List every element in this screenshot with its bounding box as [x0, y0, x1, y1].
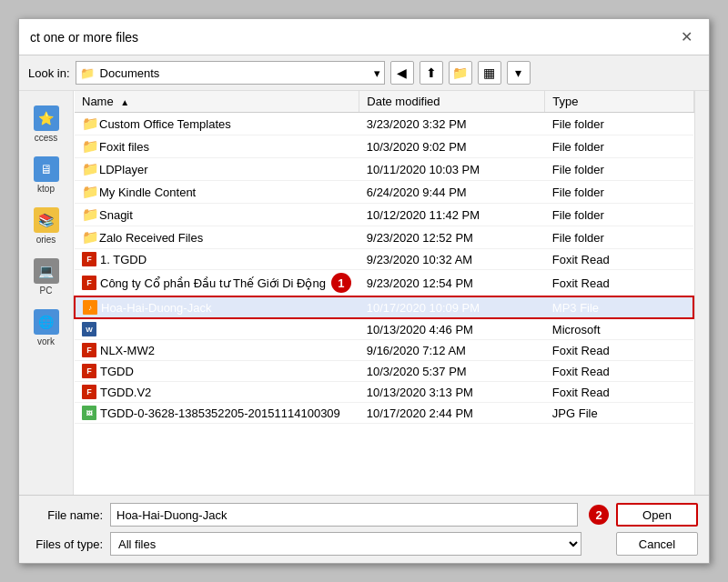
new-folder-button[interactable]: 📁	[449, 61, 472, 85]
desktop-icon: 🖥	[34, 156, 59, 182]
sidebar-item-desktop[interactable]: 🖥 ktop	[23, 151, 70, 198]
file-type: Foxit Read	[545, 340, 693, 361]
filename-input[interactable]: Hoa-Hai-Duong-Jack	[110, 503, 578, 527]
file-name: NLX-MW2	[100, 344, 155, 357]
sidebar-item-label: vork	[37, 336, 55, 346]
file-name-cell: FCông ty Cổ phần Đầu tư Thế Giới Di Động…	[82, 273, 352, 293]
file-area: Name ▲ Date modified Type	[74, 91, 709, 495]
col-header-name[interactable]: Name ▲	[75, 91, 359, 113]
table-row[interactable]: 📁My Kindle Content6/24/2020 9:44 PMFile …	[75, 181, 693, 204]
filetype-select[interactable]: All files	[110, 532, 581, 556]
file-type: Foxit Read	[545, 249, 693, 270]
sort-arrow: ▲	[120, 97, 129, 107]
filetype-row: Files of type: All files Cancel	[30, 532, 698, 556]
file-name: Hoa-Hai-Duong-Jack	[101, 301, 211, 315]
file-table[interactable]: Name ▲ Date modified Type	[74, 91, 694, 495]
sidebar-item-pc[interactable]: 💻 PC	[23, 253, 70, 300]
sidebar-item-access[interactable]: ⭐ ccess	[23, 100, 70, 147]
view-button[interactable]: ▦	[478, 61, 501, 85]
mp3-icon: ♪	[83, 300, 97, 315]
file-name-cell: 📁Foxit files	[82, 138, 352, 155]
sidebar-item-network[interactable]: 🌐 vork	[23, 304, 70, 351]
table-row[interactable]: W10/13/2020 4:46 PMMicrosoft	[75, 318, 693, 340]
scrollbar[interactable]	[694, 91, 709, 495]
sidebar-item-label: PC	[40, 286, 53, 296]
file-type: File folder	[545, 226, 693, 249]
file-name-cell: ♪Hoa-Hai-Duong-Jack	[83, 300, 352, 315]
table-row[interactable]: 📁LDPlayer10/11/2020 10:03 PMFile folder	[75, 158, 693, 181]
col-header-type[interactable]: Type	[545, 91, 693, 113]
table-row[interactable]: FNLX-MW29/16/2020 7:12 AMFoxit Read	[75, 340, 693, 361]
foxit-icon: F	[82, 252, 96, 266]
file-type: MP3 File	[545, 296, 693, 318]
file-name: Custom Office Templates	[99, 117, 231, 131]
table-row[interactable]: 📁Foxit files10/3/2020 9:02 PMFile folder	[75, 135, 693, 158]
pc-icon: 💻	[34, 258, 59, 284]
table-wrapper: Name ▲ Date modified Type	[74, 91, 709, 495]
table-row[interactable]: FTGDD10/3/2020 5:37 PMFoxit Read	[75, 361, 693, 382]
file-date: 6/24/2020 9:44 PM	[359, 181, 545, 204]
back-button[interactable]: ◀	[390, 61, 414, 85]
file-date: 9/23/2020 10:32 AM	[359, 249, 545, 270]
file-type: Microsoft	[545, 318, 693, 340]
file-type: Foxit Read	[545, 382, 693, 403]
file-date: 10/11/2020 10:03 PM	[359, 158, 545, 181]
file-date: 10/3/2020 5:37 PM	[359, 361, 545, 382]
lookin-label: Look in:	[28, 66, 70, 80]
col-header-date[interactable]: Date modified	[359, 91, 545, 113]
table-row[interactable]: 🖼TGDD-0-3628-1385352205-2015111410030910…	[75, 403, 693, 424]
folder-icon: 📁	[82, 115, 99, 132]
folder-icon: 📁	[82, 206, 99, 223]
sidebar: ⭐ ccess 🖥 ktop 📚 ories 💻 PC 🌐 vork	[19, 91, 74, 495]
lookin-dropdown[interactable]: 📁 Documents ▾	[76, 61, 385, 85]
table-row[interactable]: 📁Custom Office Templates3/23/2020 3:32 P…	[75, 113, 693, 135]
network-icon: 🌐	[34, 309, 59, 335]
file-name: Zalo Received Files	[99, 231, 203, 245]
toolbar: Look in: 📁 Documents ▾ ◀ ⬆ 📁 ▦ ▾	[19, 55, 709, 91]
jpg-icon: 🖼	[82, 406, 96, 420]
foxit-icon: F	[82, 343, 96, 357]
cancel-button[interactable]: Cancel	[616, 532, 698, 556]
table-row[interactable]: FCông ty Cổ phần Đầu tư Thế Giới Di Động…	[75, 270, 693, 297]
table-row[interactable]: 📁Snagit10/12/2020 11:42 PMFile folder	[75, 204, 693, 226]
file-name-cell: 🖼TGDD-0-3628-1385352205-20151114100309	[82, 406, 352, 420]
file-date: 10/3/2020 9:02 PM	[359, 135, 545, 158]
file-name-cell: 📁My Kindle Content	[82, 184, 352, 200]
view-options-button[interactable]: ▾	[507, 61, 531, 85]
folder-icon: 📁	[82, 161, 99, 177]
folder-icon: 📁	[82, 184, 99, 200]
file-date: 10/13/2020 4:46 PM	[359, 318, 545, 340]
table-row[interactable]: 📁Zalo Received Files9/23/2020 12:52 PMFi…	[75, 226, 693, 249]
table-row[interactable]: ♪Hoa-Hai-Duong-Jack10/17/2020 10:09 PMMP…	[75, 296, 693, 318]
file-date: 10/17/2020 2:44 PM	[359, 403, 545, 424]
open-button[interactable]: Open	[616, 503, 698, 527]
file-name-cell: W	[82, 322, 352, 336]
file-type: File folder	[545, 158, 693, 181]
close-button[interactable]: ✕	[675, 26, 698, 47]
main-area: ⭐ ccess 🖥 ktop 📚 ories 💻 PC 🌐 vork	[19, 91, 709, 495]
dialog-title: ct one or more files	[30, 30, 138, 45]
file-type: File folder	[545, 204, 693, 226]
file-name-cell: FTGDD.V2	[82, 385, 352, 399]
file-name-cell: 📁LDPlayer	[82, 161, 352, 177]
up-button[interactable]: ⬆	[420, 61, 443, 85]
file-dialog: ct one or more files ✕ Look in: 📁 Docume…	[18, 18, 710, 564]
libraries-icon: 📚	[34, 207, 59, 233]
sidebar-item-label: ktop	[37, 184, 55, 194]
file-name-cell: F1. TGDD	[82, 252, 352, 266]
file-name-cell: 📁Custom Office Templates	[82, 115, 352, 132]
sidebar-item-libraries[interactable]: 📚 ories	[23, 202, 70, 249]
title-bar: ct one or more files ✕	[19, 19, 709, 55]
file-name: Snagit	[99, 208, 133, 222]
file-name: Công ty Cổ phần Đầu tư Thế Giới Di Động	[100, 276, 326, 290]
table-row[interactable]: F1. TGDD9/23/2020 10:32 AMFoxit Read	[75, 249, 693, 270]
filetype-label: Files of type:	[30, 537, 103, 551]
file-date: 10/12/2020 11:42 PM	[359, 204, 545, 226]
file-name-cell: FNLX-MW2	[82, 343, 352, 357]
file-date: 10/13/2020 3:13 PM	[359, 382, 545, 403]
word-icon: W	[82, 322, 96, 336]
file-date: 9/23/2020 12:54 PM	[359, 270, 545, 297]
file-name-cell: 📁Snagit	[82, 206, 352, 223]
file-type: File folder	[545, 181, 693, 204]
table-row[interactable]: FTGDD.V210/13/2020 3:13 PMFoxit Read	[75, 382, 693, 403]
